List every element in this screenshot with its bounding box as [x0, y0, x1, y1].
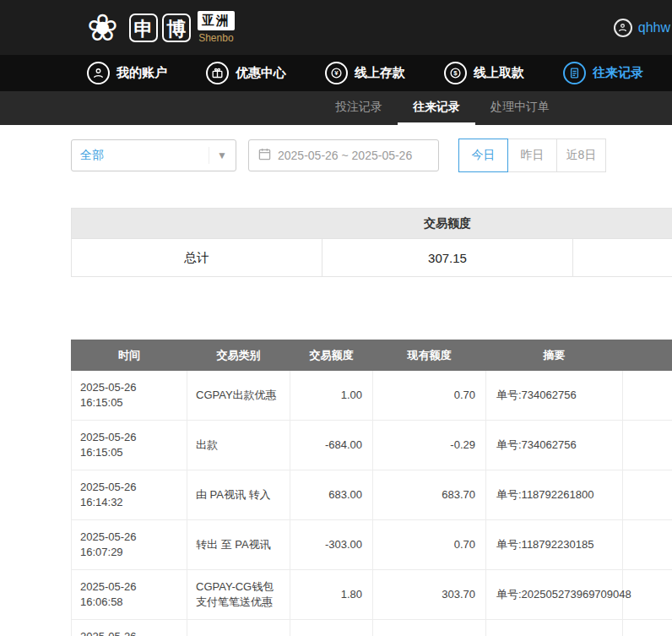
- table-row: 2025-05-26 16:07:29 转出 至 PA视讯 -303.00 0.…: [72, 520, 672, 570]
- col-amount: 交易额度: [290, 340, 373, 371]
- yesterday-button[interactable]: 昨日: [507, 139, 557, 172]
- cell-type: CGPAY支付: [187, 620, 290, 636]
- filter-bar: 全部 ▼ 2025-05-26 ~ 2025-05-26 今日 昨日 近8日: [71, 139, 672, 172]
- col-time: 时间: [72, 340, 187, 371]
- cell-time: 2025-05-26 16:06:58: [72, 570, 187, 620]
- nav-online-deposit[interactable]: ¥ 线上存款: [325, 62, 405, 84]
- page: ❀ 申 博 亚洲 Shenbo qhhw 我的账户: [0, 0, 672, 636]
- table-row: 2025-05-26 16:15:05 CGPAY出款优惠 1.00 0.70 …: [72, 371, 672, 421]
- deposit-icon: ¥: [325, 62, 348, 84]
- records-header-row: 时间 交易类别 交易额度 现有额度 摘要: [72, 340, 672, 371]
- tab-processing-orders[interactable]: 处理中订单: [475, 91, 565, 125]
- nav-promo-center[interactable]: 优惠中心: [206, 62, 286, 84]
- cell-amount: -684.00: [290, 421, 373, 470]
- table-row: 2025-05-26 16:06:58 CGPAY-CG钱包支付笔笔送优惠 1.…: [72, 570, 672, 620]
- sub-nav: 投注记录 往来记录 处理中订单: [0, 91, 672, 125]
- category-select-value: 全部: [80, 148, 104, 163]
- last-8-days-button[interactable]: 近8日: [556, 139, 606, 172]
- cell-balance: 301.90: [373, 620, 486, 636]
- cell-amount: 683.00: [290, 470, 373, 520]
- top-bar: ❀ 申 博 亚洲 Shenbo qhhw: [0, 0, 672, 55]
- cell-amount: -303.00: [290, 520, 373, 570]
- cell-balance: 0.70: [373, 520, 486, 570]
- summary-table: 交易额度 总计 307.15: [71, 208, 672, 277]
- main-nav: 我的账户 优惠中心 ¥ 线上存款: [0, 55, 672, 91]
- cell-balance: -0.29: [373, 421, 486, 470]
- nav-label: 我的账户: [117, 65, 167, 81]
- logo-region-label: 亚洲: [198, 11, 235, 30]
- cell-filler: [623, 520, 672, 570]
- col-type: 交易类别: [187, 340, 290, 371]
- nav-online-withdraw[interactable]: $ 线上取款: [444, 62, 524, 84]
- cell-balance: 683.70: [373, 470, 486, 520]
- today-button[interactable]: 今日: [458, 139, 508, 172]
- nav-label: 线上存款: [355, 65, 405, 81]
- table-row: 2025-05-26 16:15:05 出款 -684.00 -0.29 单号:…: [72, 421, 672, 470]
- nav-label: 往来记录: [593, 65, 643, 81]
- chevron-down-icon: ▼: [209, 147, 227, 164]
- cell-summary: 单号:202505273969709048: [486, 620, 623, 636]
- cell-filler: [623, 620, 672, 636]
- cell-amount: 1.80: [290, 570, 373, 620]
- cell-time: 2025-05-26 16:06:58: [72, 620, 187, 636]
- cell-balance: 0.70: [373, 371, 486, 421]
- cell-summary: 单号:734062756: [486, 421, 623, 470]
- cell-time: 2025-05-26 16:15:05: [72, 371, 187, 421]
- cell-summary: 单号:734062756: [486, 371, 623, 421]
- cell-time: 2025-05-26 16:07:29: [72, 520, 187, 570]
- cell-type: CGPAY出款优惠: [187, 371, 290, 421]
- logo-char-shen: 申: [129, 14, 158, 42]
- date-range-input[interactable]: 2025-05-26 ~ 2025-05-26: [248, 139, 439, 171]
- table-row: 2025-05-26 16:14:32 由 PA视讯 转入 683.00 683…: [72, 470, 672, 520]
- svg-text:$: $: [453, 69, 458, 77]
- nav-my-account[interactable]: 我的账户: [87, 62, 167, 84]
- gift-icon: [206, 62, 229, 84]
- col-filler: [623, 340, 672, 371]
- nav-label: 线上取款: [474, 65, 524, 81]
- tab-betting-records[interactable]: 投注记录: [320, 91, 398, 125]
- quick-date-group: 今日 昨日 近8日: [459, 139, 606, 172]
- cell-type: CGPAY-CG钱包支付笔笔送优惠: [187, 570, 290, 620]
- date-range-value: 2025-05-26 ~ 2025-05-26: [278, 149, 412, 162]
- cell-summary: 单号:202505273969709048: [486, 570, 623, 620]
- cell-filler: [623, 470, 672, 520]
- cell-balance: 303.70: [373, 570, 486, 620]
- cell-time: 2025-05-26 16:15:05: [72, 421, 187, 470]
- records-table: 时间 交易类别 交易额度 现有额度 摘要 2025-05-26 16:15:05…: [71, 340, 672, 636]
- nav-transaction-records[interactable]: 往来记录: [563, 62, 643, 84]
- records-icon: [563, 62, 586, 84]
- logo-subtitle: Shenbo: [198, 32, 233, 44]
- withdraw-icon: $: [444, 62, 467, 84]
- summary-row: 总计 307.15: [72, 239, 672, 277]
- user-avatar-icon: [614, 19, 632, 37]
- summary-total-value: 307.15: [322, 239, 573, 277]
- sakura-icon: ❀: [87, 9, 118, 46]
- username[interactable]: qhhw: [638, 20, 670, 35]
- cell-filler: [623, 371, 672, 421]
- summary-header: 交易额度: [72, 209, 672, 239]
- cell-type: 出款: [187, 421, 290, 470]
- tab-transaction-records[interactable]: 往来记录: [398, 91, 475, 125]
- user-account[interactable]: qhhw: [614, 0, 672, 55]
- calendar-icon: [258, 148, 271, 164]
- brand-logo[interactable]: ❀ 申 博 亚洲 Shenbo: [87, 9, 235, 46]
- cell-amount: 1.00: [290, 371, 373, 421]
- category-select[interactable]: 全部 ▼: [71, 139, 236, 171]
- cell-type: 转出 至 PA视讯: [187, 520, 290, 570]
- svg-text:¥: ¥: [334, 69, 339, 77]
- logo-char-bo: 博: [162, 14, 191, 42]
- cell-filler: [623, 421, 672, 470]
- col-summary: 摘要: [486, 340, 623, 371]
- cell-type: 由 PA视讯 转入: [187, 470, 290, 520]
- summary-total-label: 总计: [72, 239, 322, 277]
- col-balance: 现有额度: [373, 340, 486, 371]
- cell-summary: 单号:118792230185: [486, 520, 623, 570]
- cell-time: 2025-05-26 16:14:32: [72, 470, 187, 520]
- cell-amount: 301.00: [290, 620, 373, 636]
- table-row: 2025-05-26 16:06:58 CGPAY支付 301.00 301.9…: [72, 620, 672, 636]
- summary-empty-cell: [573, 239, 672, 277]
- nav-label: 优惠中心: [236, 65, 286, 81]
- user-icon: [87, 62, 110, 84]
- cell-summary: 单号:118792261800: [486, 470, 623, 520]
